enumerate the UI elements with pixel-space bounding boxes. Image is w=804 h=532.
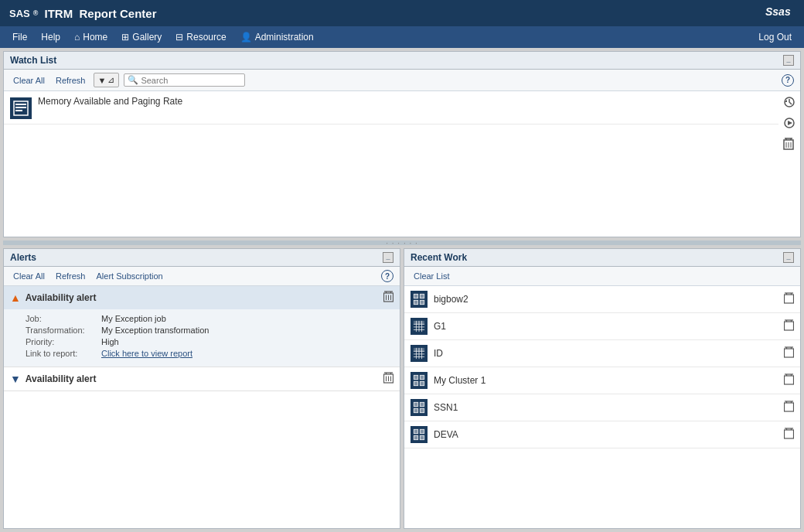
menu-bar: File Help ⌂ Home ⊞ Gallery ⊟ Resource 👤 … [0,26,804,48]
recent-item-g1-delete[interactable] [784,319,794,333]
alerts-clear-all[interactable]: Clear All [10,270,48,282]
watch-list-refresh[interactable]: Refresh [53,74,89,87]
search-icon: 🔍 [128,75,138,85]
watch-list-history-btn[interactable] [782,94,797,112]
home-icon: ⌂ [74,32,80,43]
menu-help[interactable]: Help [35,29,66,46]
alerts-minimize[interactable]: _ [383,252,393,263]
watch-list-play-btn[interactable] [782,115,797,133]
svg-rect-75 [421,382,424,385]
recent-item-deva-icon [411,426,428,443]
sas-logo-right: Ssas [762,3,795,24]
alerts-refresh[interactable]: Refresh [53,270,89,282]
filter-funnel-icon: ⊿ [107,75,114,85]
menu-home[interactable]: ⌂ Home [68,29,114,46]
menu-administration[interactable]: 👤 Administration [234,29,320,46]
alert-down-icon: ▼ [10,373,21,385]
logout-button[interactable]: Log Out [752,29,798,46]
watch-list-content: Memory Available and Paging Rate [4,91,800,237]
svg-rect-74 [414,382,417,385]
recent-item-bigbow2-delete[interactable] [784,292,794,306]
menu-left: File Help ⌂ Home ⊞ Gallery ⊟ Resource 👤 … [6,29,320,46]
svg-rect-37 [414,301,417,304]
alerts-header: Alerts _ [4,249,400,267]
filter-icon: ▼ [98,76,107,85]
recent-item-g1-name: G1 [434,321,778,332]
alerts-help-icon[interactable]: ? [381,270,393,282]
main-content: Watch List _ Clear All Refresh ▼ ⊿ 🔍 ? [0,48,804,532]
alerts-subscription[interactable]: Alert Subscription [94,270,166,282]
alert-2-title: Availability alert [26,373,379,384]
recent-item-ssn1[interactable]: SSN1 [404,394,800,421]
vertical-resize-handle[interactable]: · · · · · · [3,240,801,245]
recent-item-ssn1-delete[interactable] [784,401,794,414]
watch-list-title: Watch List [10,55,56,66]
svg-rect-87 [414,409,417,412]
recent-item-id-icon [411,345,428,362]
alert-1-job-value: My Exception job [101,314,166,323]
recent-item-bigbow2[interactable]: bigbow2 [404,286,800,313]
svg-text:Ssas: Ssas [765,5,791,18]
recent-item-deva-delete[interactable] [784,428,794,442]
menu-resource[interactable]: ⊟ Resource [169,29,232,46]
recent-item-mycluster1-delete[interactable] [784,373,794,387]
alert-2-delete[interactable] [383,372,393,386]
watch-list-help-icon[interactable]: ? [782,74,794,87]
recent-item-bigbow2-icon [411,291,428,308]
watch-list-item: Memory Available and Paging Rate [4,91,778,124]
svg-rect-35 [414,295,417,298]
resize-dots: · · · · · · [386,239,418,247]
svg-rect-63 [785,349,794,357]
svg-rect-39 [785,295,794,303]
recent-item-bigbow2-name: bigbow2 [434,294,778,305]
menu-file[interactable]: File [6,29,33,46]
alert-item-2: ▼ Availability alert [4,367,400,391]
recent-item-deva-name: DEVA [434,429,778,440]
sas-brand: SAS [9,8,30,19]
alerts-help: ? [381,270,393,282]
resource-icon: ⊟ [175,32,183,43]
recent-item-g1[interactable]: G1 [404,313,800,340]
bottom-section: Alerts _ Clear All Refresh Alert Subscri… [3,248,801,529]
svg-rect-51 [785,322,794,330]
svg-rect-85 [414,403,417,406]
alert-2-header[interactable]: ▼ Availability alert [4,367,400,390]
watch-list-delete-btn[interactable] [782,136,797,154]
watch-list-item-title: Memory Available and Paging Rate [38,96,182,107]
watch-list-minimize[interactable]: _ [783,55,794,66]
recent-item-ssn1-icon [411,399,428,416]
recent-item-id[interactable]: ID [404,340,800,367]
alert-1-transformation-field: Transformation: My Exception transformat… [26,326,393,335]
alert-item-1: ▲ Availability alert [4,286,400,367]
alert-1-link[interactable]: Click here to view report [101,349,192,358]
alert-1-job-label: Job: [26,314,95,323]
alert-1-delete[interactable] [383,291,393,305]
watch-list-clear-all[interactable]: Clear All [10,74,48,87]
watch-list-filter[interactable]: ▼ ⊿ [94,73,120,87]
recent-work-clear-list[interactable]: Clear List [411,270,452,282]
watch-list-toolbar: Clear All Refresh ▼ ⊿ 🔍 ? [4,70,800,91]
svg-rect-72 [414,376,417,379]
alert-up-icon: ▲ [10,292,21,304]
svg-marker-8 [788,121,792,125]
recent-item-deva[interactable]: DEVA [404,421,800,448]
svg-rect-100 [414,436,417,439]
recent-item-id-name: ID [434,348,778,359]
alert-1-link-field: Link to report: Click here to view repor… [26,349,393,358]
recent-work-minimize[interactable]: _ [783,252,794,263]
app-title: SAS ® ITRM Report Center [9,7,157,20]
alert-1-header[interactable]: ▲ Availability alert [4,286,400,309]
svg-rect-88 [421,409,424,412]
svg-rect-89 [785,403,794,411]
alert-1-priority-label: Priority: [26,337,95,346]
recent-item-mycluster1[interactable]: My Cluster 1 [404,367,800,394]
recent-item-g1-icon [411,318,428,335]
recent-work-toolbar: Clear List [404,267,800,286]
svg-rect-102 [785,430,794,438]
recent-item-id-delete[interactable] [784,346,794,360]
watch-list-side-actions [778,91,800,157]
alert-1-priority-value: High [101,337,119,346]
menu-gallery[interactable]: ⊞ Gallery [115,29,168,46]
watch-list-item-row: Memory Available and Paging Rate [4,91,800,157]
watch-list-search-input[interactable] [141,76,241,85]
